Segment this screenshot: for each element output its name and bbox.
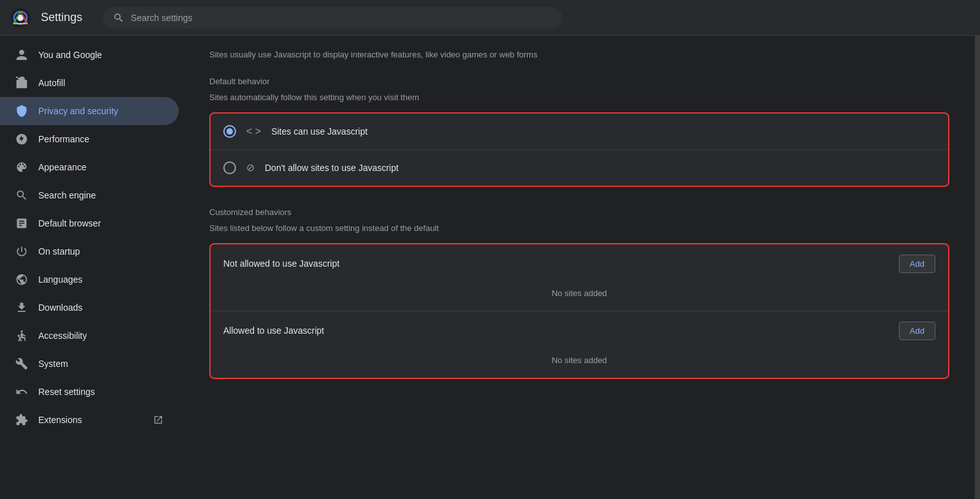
external-link-icon	[153, 415, 163, 425]
sidebar-label-extensions: Extensions	[38, 415, 143, 425]
not-allowed-section: Not allowed to use Javascript Add No sit…	[211, 244, 948, 311]
content-area: Sites usually use Javascript to display …	[184, 36, 975, 499]
sidebar-item-reset-settings[interactable]: Reset settings	[0, 378, 179, 406]
sidebar-item-you-and-google[interactable]: You and Google	[0, 41, 179, 69]
radio-option-block[interactable]: ⊘ Don't allow sites to use Javascript	[211, 150, 948, 186]
not-allowed-empty-text: No sites added	[223, 281, 935, 301]
autofill-icon	[15, 77, 28, 89]
sidebar-item-performance[interactable]: Performance	[0, 125, 179, 153]
sidebar-item-default-browser[interactable]: Default browser	[0, 209, 179, 237]
sidebar-label-performance: Performance	[38, 134, 163, 144]
globe-icon	[15, 273, 28, 286]
sidebar-label-downloads: Downloads	[38, 302, 163, 313]
sidebar: You and Google Autofill Privacy and secu…	[0, 36, 184, 499]
sidebar-label-autofill: Autofill	[38, 78, 163, 88]
sidebar-item-system[interactable]: System	[0, 350, 179, 378]
customized-behaviors-subtitle: Sites listed below follow a custom setti…	[184, 221, 975, 243]
reset-icon	[15, 385, 28, 398]
sidebar-label-default-browser: Default browser	[38, 218, 163, 228]
download-icon	[15, 301, 28, 314]
default-behavior-title: Default behavior	[184, 66, 975, 90]
topbar: Settings	[0, 0, 980, 36]
radio-option-allow[interactable]: < > Sites can use Javascript	[211, 114, 948, 150]
sidebar-label-you-and-google: You and Google	[38, 50, 163, 60]
add-allowed-button[interactable]: Add	[899, 322, 935, 340]
extensions-icon	[15, 413, 28, 426]
allowed-empty-text: No sites added	[223, 348, 935, 368]
customized-behaviors-box: Not allowed to use Javascript Add No sit…	[209, 243, 949, 379]
sidebar-item-languages[interactable]: Languages	[0, 265, 179, 294]
add-not-allowed-button[interactable]: Add	[899, 255, 935, 273]
customized-behaviors-title: Customized behaviors	[184, 197, 975, 221]
no-code-icon: ⊘	[246, 161, 255, 174]
sidebar-label-appearance: Appearance	[38, 162, 163, 172]
radio-allow-label: Sites can use Javascript	[271, 126, 368, 137]
settings-title: Settings	[41, 11, 82, 24]
sidebar-label-privacy-and-security: Privacy and security	[38, 106, 163, 116]
system-icon	[15, 357, 28, 370]
right-scrollbar	[975, 36, 980, 499]
javascript-radio-box: < > Sites can use Javascript ⊘ Don't all…	[209, 112, 949, 187]
search-box	[103, 7, 562, 29]
sidebar-label-on-startup: On startup	[38, 246, 163, 257]
accessibility-icon	[15, 329, 28, 342]
sidebar-item-autofill[interactable]: Autofill	[0, 69, 179, 97]
radio-allow-indicator	[223, 125, 236, 138]
sidebar-item-search-engine[interactable]: Search engine	[0, 181, 179, 209]
allowed-header: Allowed to use Javascript Add	[223, 322, 935, 340]
sidebar-label-reset-settings: Reset settings	[38, 387, 163, 397]
sidebar-label-languages: Languages	[38, 274, 163, 285]
sidebar-item-downloads[interactable]: Downloads	[0, 294, 179, 322]
sidebar-item-appearance[interactable]: Appearance	[0, 153, 179, 181]
allowed-section: Allowed to use Javascript Add No sites a…	[211, 311, 948, 378]
svg-point-3	[20, 331, 22, 332]
sidebar-item-privacy-and-security[interactable]: Privacy and security	[0, 97, 179, 125]
default-behavior-subtitle: Sites automatically follow this setting …	[184, 90, 975, 112]
sidebar-item-accessibility[interactable]: Accessibility	[0, 322, 179, 350]
shield-icon	[15, 105, 28, 117]
not-allowed-header: Not allowed to use Javascript Add	[223, 255, 935, 273]
sidebar-item-extensions[interactable]: Extensions	[0, 406, 179, 434]
sidebar-item-on-startup[interactable]: On startup	[0, 237, 179, 265]
sidebar-label-search-engine: Search engine	[38, 190, 163, 200]
sidebar-label-accessibility: Accessibility	[38, 331, 163, 341]
default-browser-icon	[15, 217, 28, 230]
page-description: Sites usually use Javascript to display …	[184, 36, 975, 66]
sidebar-label-system: System	[38, 359, 163, 369]
power-icon	[15, 245, 28, 258]
code-icon: < >	[246, 126, 261, 137]
radio-block-indicator	[223, 161, 236, 174]
palette-icon	[15, 161, 28, 174]
not-allowed-title: Not allowed to use Javascript	[223, 258, 339, 269]
allowed-title: Allowed to use Javascript	[223, 325, 324, 336]
search-engine-icon	[15, 189, 28, 202]
radio-block-label: Don't allow sites to use Javascript	[265, 163, 399, 173]
gauge-icon	[15, 133, 28, 145]
chrome-logo-icon	[10, 8, 31, 28]
search-input[interactable]	[131, 13, 552, 23]
search-icon	[113, 12, 124, 24]
main-layout: You and Google Autofill Privacy and secu…	[0, 36, 980, 499]
person-icon	[15, 48, 28, 61]
